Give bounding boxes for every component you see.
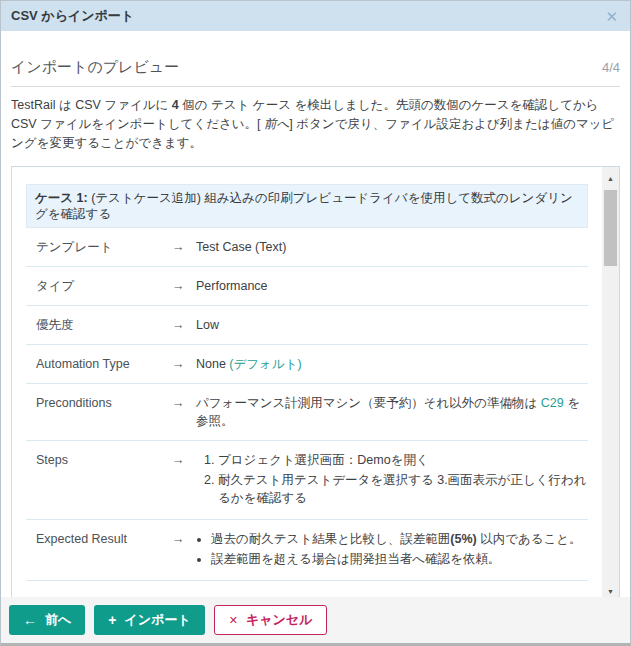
default-badge: (デフォルト) (229, 357, 301, 371)
field-value: プロジェクト選択画面：Demoを開く 耐久テスト用テストデータを選択する 3.画… (196, 451, 588, 509)
field-label: Preconditions (36, 394, 172, 430)
dialog-titlebar: CSV からインポート ✕ (1, 1, 630, 31)
case-header: ケース 1: (テストケース追加) 組み込みの印刷プレビュードライバを使用して数… (26, 184, 588, 228)
field-row-template: テンプレート → Test Case (Text) (26, 228, 588, 267)
back-button-label: 前へ (45, 611, 71, 629)
arrow-left-icon: ← (23, 612, 37, 628)
field-value: Low (196, 316, 588, 334)
expected-item: 過去の耐久テスト結果と比較し、誤差範囲(5%) 以内であること。 (211, 530, 588, 548)
field-row-preconditions: Preconditions → パフォーマンス計測用マシン（要予約）それ以外の準… (26, 384, 588, 441)
dialog-footer: ← 前へ + インポート ✕ キャンセル (1, 597, 630, 643)
x-icon: ✕ (229, 614, 238, 627)
close-icon[interactable]: ✕ (603, 7, 620, 26)
expected-bold-text: (5%) (450, 532, 476, 546)
step-item: 耐久テスト用テストデータを選択する 3.画面表示が正しく行われるかを確認する (218, 471, 588, 507)
expected-item: 誤差範囲を超える場合は開発担当者へ確認を依頼。 (211, 550, 588, 568)
cancel-button-label: キャンセル (246, 611, 313, 629)
mapping-arrow-icon: → (172, 451, 196, 509)
field-label: Expected Result (36, 530, 172, 570)
expected-text: 誤差範囲を超える場合は開発担当者へ確認を依頼。 (211, 552, 500, 566)
import-description: TestRail は CSV ファイルに 4 個の テスト ケース を検出しまし… (11, 96, 620, 153)
case-preview-scroll-area: ケース 1: (テストケース追加) 組み込みの印刷プレビュードライバを使用して数… (12, 167, 602, 603)
mapping-arrow-icon: → (172, 277, 196, 295)
c29-link[interactable]: C29 (541, 396, 564, 410)
field-row-automation-type: Automation Type → None (デフォルト) (26, 345, 588, 384)
field-value: パフォーマンス計測用マシン（要予約）それ以外の準備物は C29 を参照。 (196, 394, 588, 430)
preview-header: インポートのプレビュー 4/4 (11, 58, 620, 87)
expected-result-list: 過去の耐久テスト結果と比較し、誤差範囲(5%) 以内であること。 誤差範囲を超え… (211, 530, 588, 568)
case-count: 4 (172, 98, 179, 112)
step-item: プロジェクト選択画面：Demoを開く (218, 451, 588, 469)
field-row-type: タイプ → Performance (26, 267, 588, 306)
field-row-priority: 優先度 → Low (26, 306, 588, 345)
scroll-up-icon[interactable]: ▲ (602, 170, 619, 187)
field-label: 優先度 (36, 316, 172, 334)
mapping-arrow-icon: → (172, 316, 196, 334)
mapping-arrow-icon: → (172, 394, 196, 430)
field-value: None (デフォルト) (196, 355, 588, 373)
case-title: (テストケース追加) 組み込みの印刷プレビュードライバを使用して数式のレンダリン… (35, 191, 573, 221)
field-label: Automation Type (36, 355, 172, 373)
steps-list: プロジェクト選択画面：Demoを開く 耐久テスト用テストデータを選択する 3.画… (218, 451, 588, 507)
case-number-label: ケース 1: (35, 191, 88, 205)
mapping-arrow-icon: → (172, 238, 196, 256)
preconditions-text: パフォーマンス計測用マシン（要予約）それ以外の準備物は (196, 396, 541, 410)
scrollbar-track[interactable]: ▲ ▼ (602, 167, 619, 603)
csv-import-dialog: CSV からインポート ✕ インポートのプレビュー 4/4 TestRail は… (0, 0, 631, 646)
field-value: 過去の耐久テスト結果と比較し、誤差範囲(5%) 以内であること。 誤差範囲を超え… (196, 530, 588, 570)
automation-value: None (196, 357, 229, 371)
step-counter: 4/4 (602, 60, 620, 75)
field-value: Test Case (Text) (196, 238, 588, 256)
dialog-body: インポートのプレビュー 4/4 TestRail は CSV ファイルに 4 個… (1, 58, 630, 604)
dialog-title: CSV からインポート (11, 7, 134, 25)
field-label: タイプ (36, 277, 172, 295)
prev-button-reference: 前へ (264, 117, 289, 131)
field-label: Steps (36, 451, 172, 509)
field-value: Performance (196, 277, 588, 295)
case-preview-panel: ケース 1: (テストケース追加) 組み込みの印刷プレビュードライバを使用して数… (11, 166, 620, 604)
description-text: TestRail は CSV ファイルに (11, 98, 172, 112)
mapping-arrow-icon: → (172, 355, 196, 373)
page-title: インポートのプレビュー (11, 58, 179, 77)
field-row-expected-result: Expected Result → 過去の耐久テスト結果と比較し、誤差範囲(5%… (26, 520, 588, 581)
expected-text: 以内であること。 (477, 532, 582, 546)
mapping-arrow-icon: → (172, 530, 196, 570)
back-button[interactable]: ← 前へ (9, 605, 85, 635)
expected-text: 過去の耐久テスト結果と比較し、誤差範囲 (211, 532, 450, 546)
cancel-button[interactable]: ✕ キャンセル (214, 605, 328, 635)
import-button-label: インポート (125, 611, 191, 629)
scrollbar-thumb[interactable] (604, 190, 617, 266)
field-label: テンプレート (36, 238, 172, 256)
import-button[interactable]: + インポート (94, 605, 204, 635)
plus-icon: + (108, 612, 116, 628)
field-row-steps: Steps → プロジェクト選択画面：Demoを開く 耐久テスト用テストデータを… (26, 441, 588, 520)
